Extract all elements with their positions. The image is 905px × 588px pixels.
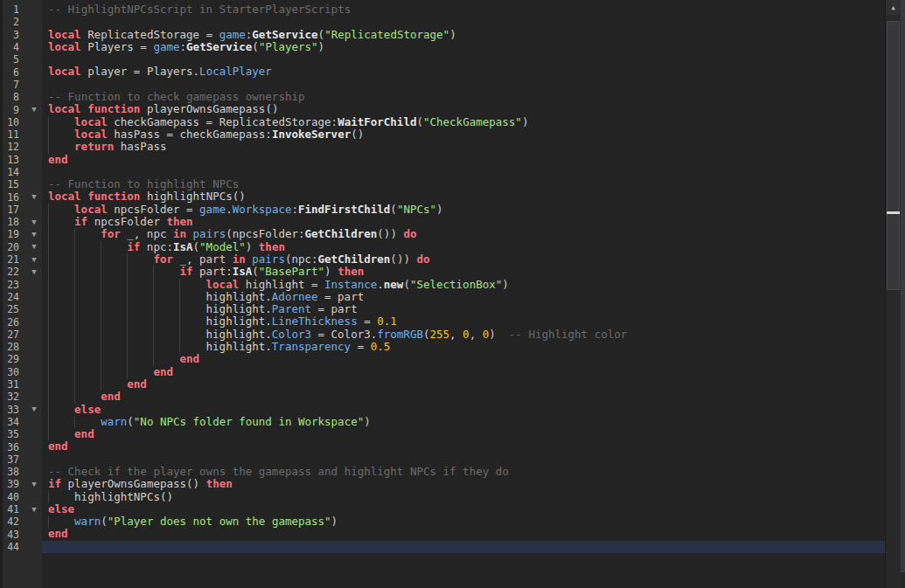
line-number[interactable]: 39 [3, 478, 19, 490]
code-line[interactable]: end [48, 391, 885, 403]
code-line[interactable]: return hasPass [48, 141, 885, 153]
code-line[interactable]: -- Function to check gamepass ownership [48, 91, 885, 103]
code-line[interactable]: -- Function to highlight NPCs [48, 178, 885, 190]
line-number[interactable]: 40 [3, 491, 19, 503]
code-line[interactable]: end [48, 366, 885, 378]
line-number[interactable]: 35 [3, 428, 19, 440]
fold-arrow-icon[interactable]: ▼ [19, 218, 42, 226]
code-line[interactable]: highlight.Parent = part [48, 303, 885, 315]
line-number[interactable]: 5 [3, 53, 19, 66]
line-number[interactable]: 1 [3, 3, 19, 16]
line-number[interactable]: 25 [3, 303, 19, 315]
code-line[interactable]: for _, part in pairs(npc:GetChildren()) … [48, 253, 885, 266]
code-line[interactable]: highlight.Transparency = 0.5 [48, 341, 885, 353]
vertical-scrollbar[interactable]: ▲ [885, 0, 901, 588]
code-line[interactable]: local npcsFolder = game.Workspace:FindFi… [48, 204, 885, 216]
line-number[interactable]: 29 [3, 353, 19, 365]
line-number[interactable]: 42 [3, 515, 19, 528]
line-number[interactable]: 36 [3, 441, 19, 453]
code-line[interactable] [48, 453, 885, 466]
line-number[interactable]: 9 [3, 104, 19, 116]
code-line[interactable]: local hasPass = checkGamepass:InvokeServ… [48, 128, 885, 141]
code-line[interactable]: local function highlightNPCs() [48, 190, 885, 203]
code-line[interactable]: local Players = game:GetService("Players… [48, 41, 885, 53]
code-line[interactable]: local checkGamepass = ReplicatedStorage:… [48, 116, 885, 128]
fold-arrow-icon[interactable]: ▼ [19, 405, 42, 413]
line-number[interactable]: 33 [3, 404, 19, 416]
code-line[interactable] [48, 16, 885, 28]
line-number[interactable]: 28 [3, 341, 19, 353]
script-editor[interactable]: 123456789▼10111213141516▼1718▼19▼20▼21▼2… [0, 0, 905, 588]
code-line[interactable]: for _, npc in pairs(npcsFolder:GetChildr… [48, 228, 885, 240]
fold-arrow-icon[interactable]: ▼ [19, 231, 42, 239]
current-code-line[interactable] [42, 541, 885, 553]
code-line[interactable]: if playerOwnsGamepass() then [48, 478, 885, 490]
line-number[interactable]: 23 [3, 279, 19, 291]
line-number[interactable]: 3 [3, 29, 19, 41]
line-number[interactable]: 10 [3, 116, 19, 128]
fold-arrow-icon[interactable]: ▼ [19, 481, 42, 488]
code-line[interactable]: highlight.LineThickness = 0.1 [48, 315, 885, 328]
code-line[interactable]: if npcsFolder then [48, 216, 885, 228]
line-number[interactable]: 7 [3, 79, 19, 91]
line-number[interactable]: 4 [3, 41, 19, 53]
fold-arrow-icon[interactable]: ▼ [19, 268, 42, 276]
code-line[interactable]: -- Check if the player owns the gamepass… [48, 466, 885, 478]
scrollbar-thumb[interactable] [887, 21, 900, 290]
line-number[interactable]: 16 [3, 191, 19, 204]
code-line[interactable]: highlight.Color3 = Color3.fromRGB(255, 0… [48, 329, 885, 341]
line-number[interactable]: 6 [3, 66, 19, 79]
line-number[interactable]: 22 [3, 266, 19, 278]
code-line[interactable]: else [48, 503, 885, 515]
code-line[interactable]: end [48, 154, 885, 166]
line-number[interactable]: 38 [3, 466, 19, 478]
line-number[interactable]: 8 [3, 91, 19, 103]
fold-arrow-icon[interactable]: ▼ [19, 243, 42, 251]
code-line[interactable]: end [48, 378, 885, 391]
line-number[interactable]: 37 [3, 453, 19, 466]
line-number[interactable]: 32 [3, 391, 19, 403]
line-number[interactable]: 20 [3, 241, 19, 253]
line-number[interactable]: 11 [3, 128, 19, 141]
scroll-up-button[interactable]: ▲ [886, 0, 901, 15]
code-area[interactable]: -- HighlightNPCsScript in StarterPlayerS… [42, 0, 885, 588]
code-line[interactable]: if part:IsA("BasePart") then [48, 266, 885, 278]
code-line[interactable]: local function playerOwnsGamepass() [48, 103, 885, 115]
code-line[interactable]: else [48, 404, 885, 416]
code-line[interactable]: if npc:IsA("Model") then [48, 241, 885, 253]
code-line[interactable]: warn("Player does not own the gamepass") [48, 515, 885, 528]
fold-arrow-icon[interactable]: ▼ [19, 106, 42, 114]
line-number[interactable]: 26 [3, 316, 19, 329]
code-line[interactable]: highlightNPCs() [48, 491, 885, 503]
line-number[interactable]: 31 [3, 378, 19, 391]
line-number[interactable]: 27 [3, 329, 19, 341]
code-line[interactable]: local ReplicatedStorage = game:GetServic… [48, 29, 885, 41]
line-number[interactable]: 15 [3, 178, 19, 190]
code-line[interactable] [48, 53, 885, 66]
code-line[interactable]: local highlight = Instance.new("Selectio… [48, 279, 885, 291]
line-number[interactable]: 34 [3, 416, 19, 428]
line-number[interactable]: 2 [3, 16, 19, 28]
code-line[interactable]: highlight.Adornee = part [48, 291, 885, 303]
code-line[interactable]: end [48, 353, 885, 365]
line-number[interactable]: 24 [3, 291, 19, 303]
line-number[interactable]: 17 [3, 204, 19, 216]
line-number[interactable]: 12 [3, 141, 19, 153]
code-line[interactable]: end [48, 528, 885, 540]
line-number[interactable]: 44 [3, 541, 19, 553]
code-line[interactable]: warn("No NPCs folder found in Workspace"… [48, 416, 885, 428]
code-line[interactable]: local player = Players.LocalPlayer [48, 66, 885, 78]
line-number[interactable]: 43 [3, 529, 19, 541]
line-number[interactable]: 21 [3, 253, 19, 266]
fold-arrow-icon[interactable]: ▼ [19, 256, 42, 264]
line-number[interactable]: 41 [3, 503, 19, 515]
fold-arrow-icon[interactable]: ▼ [19, 506, 42, 514]
line-number[interactable]: 13 [3, 154, 19, 166]
code-line[interactable] [48, 166, 885, 178]
fold-arrow-icon[interactable]: ▼ [19, 193, 42, 201]
code-line[interactable]: end [48, 440, 885, 453]
line-number[interactable]: 19 [3, 228, 19, 240]
line-number[interactable]: 14 [3, 166, 19, 178]
code-line[interactable] [48, 79, 885, 91]
code-line[interactable]: -- HighlightNPCsScript in StarterPlayerS… [48, 3, 885, 16]
